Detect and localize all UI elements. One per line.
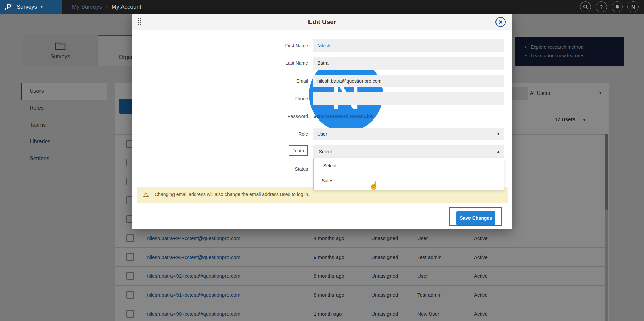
first-name-field[interactable] — [313, 39, 504, 52]
chevron-down-icon: ▼ — [497, 128, 500, 140]
chevron-down-icon: ▼ — [40, 5, 43, 9]
search-icon[interactable] — [580, 1, 591, 12]
close-icon[interactable]: ✕ — [495, 17, 506, 27]
team-label: Team — [261, 144, 308, 157]
save-changes-button[interactable]: Save Changes — [456, 211, 495, 225]
questionpro-logo-icon: P — [7, 3, 12, 11]
top-navbar: P Surveys ▼ My Surveys › My Account ? N — [0, 0, 644, 14]
user-avatar[interactable]: N — [627, 1, 639, 12]
modal-header: Edit User ✕ — [132, 14, 512, 30]
first-name-label: First Name — [261, 39, 308, 52]
breadcrumb-my-surveys[interactable]: My Surveys — [72, 4, 102, 10]
last-name-label: Last Name — [261, 57, 308, 70]
avatar-letter: N — [631, 4, 635, 10]
phone-field[interactable] — [313, 92, 504, 105]
email-label: Email — [261, 75, 308, 87]
edit-user-modal: Edit User ✕ N Last Login: 1 month ago Fi… — [132, 14, 512, 229]
warning-triangle-icon: ⚠ — [143, 187, 149, 203]
breadcrumb-separator-icon: › — [106, 4, 108, 10]
team-option-sales[interactable]: Sales — [314, 173, 504, 188]
phone-label: Phone — [261, 92, 308, 105]
team-dropdown-list: -Select- Sales — [313, 158, 504, 190]
send-password-reset-link[interactable]: Send Password Reset Link — [313, 110, 374, 123]
brand-label: Surveys — [17, 4, 37, 10]
warning-text: Changing email address will also change … — [155, 187, 310, 203]
chevron-up-icon: ▲ — [497, 145, 500, 158]
role-label: Role — [261, 128, 308, 140]
mouse-cursor-icon: ☝ — [369, 181, 379, 190]
last-name-field[interactable] — [313, 57, 504, 70]
status-label: Status — [261, 163, 308, 176]
drag-handle-icon[interactable] — [138, 18, 144, 26]
team-value: -Select- — [317, 149, 333, 154]
brand-menu[interactable]: P Surveys ▼ — [0, 0, 62, 14]
help-icon[interactable]: ? — [596, 1, 607, 12]
breadcrumb-current: My Account — [112, 4, 141, 10]
password-label: Password — [261, 110, 308, 123]
email-field[interactable] — [313, 75, 504, 87]
role-value: User — [317, 131, 327, 137]
breadcrumb: My Surveys › My Account — [72, 0, 141, 14]
modal-title: Edit User — [132, 14, 512, 30]
screen: P Surveys ▼ My Surveys › My Account ? N … — [0, 0, 644, 321]
navbar-icons: ? N — [580, 0, 642, 14]
notifications-bell-icon[interactable] — [612, 1, 623, 12]
team-option-select[interactable]: -Select- — [314, 158, 504, 173]
team-select[interactable]: -Select- ▲ — [313, 145, 504, 158]
team-label-annotation: Team — [289, 145, 308, 156]
role-select[interactable]: User ▼ — [313, 128, 504, 140]
help-glyph: ? — [600, 4, 603, 10]
